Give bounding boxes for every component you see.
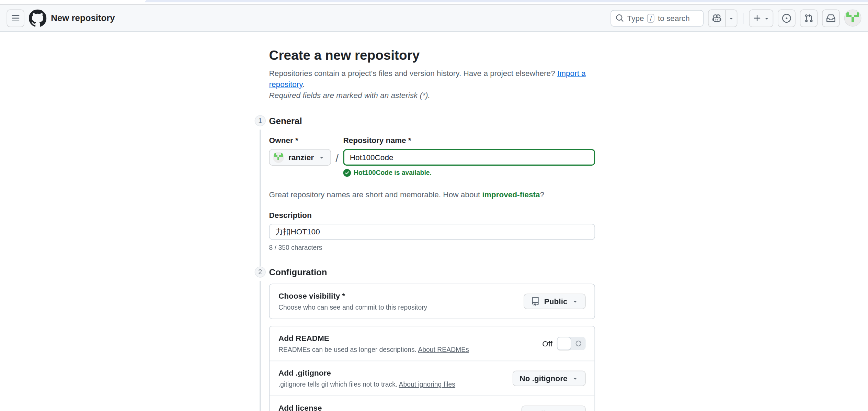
search-placeholder-suffix: to search	[658, 13, 690, 22]
gitignore-description: .gitignore tells git which files not to …	[278, 379, 512, 389]
hamburger-menu-button[interactable]	[7, 9, 24, 27]
triangle-down-icon	[763, 15, 769, 21]
step-line-2	[260, 281, 261, 411]
step-line-1	[260, 130, 261, 266]
global-header: New repository Type / to search	[0, 4, 868, 32]
owner-avatar	[273, 152, 284, 163]
license-dropdown[interactable]: No license	[522, 406, 586, 411]
inbox-button[interactable]	[822, 9, 840, 27]
check-circle-icon	[343, 169, 351, 177]
readme-description-text: READMEs can be used as longer descriptio…	[278, 346, 418, 354]
github-new-repository-page: New repository Type / to search	[0, 0, 868, 411]
gitignore-value: No .gitignore	[519, 374, 567, 383]
about-readmes-link[interactable]: About READMEs	[418, 346, 469, 354]
issues-button[interactable]	[778, 9, 796, 27]
copilot-icon-segment[interactable]	[709, 10, 725, 26]
section-general: 1 General Owner * ranzier /	[251, 115, 868, 266]
readme-label: Add README	[278, 332, 542, 343]
inbox-icon	[826, 13, 835, 22]
description-char-counter: 8 / 350 characters	[269, 243, 595, 252]
search-icon	[616, 14, 624, 22]
intro-text: Repositories contain a project's files a…	[269, 68, 595, 90]
gitignore-row: Add .gitignore .gitignore tells git whic…	[270, 361, 594, 396]
git-pull-request-icon	[804, 13, 813, 22]
license-row: Add license Licenses explain how others …	[270, 396, 594, 411]
availability-text: Hot100Code is available.	[354, 169, 432, 177]
three-bars-icon	[11, 13, 20, 22]
copilot-icon	[712, 13, 721, 22]
plus-icon	[753, 13, 762, 22]
readme-toggle-state: Off	[542, 339, 552, 348]
triangle-down-icon	[318, 154, 325, 160]
owner-repo-separator: /	[331, 149, 343, 166]
triangle-down-icon	[728, 15, 734, 21]
owner-name: ranzier	[288, 153, 314, 162]
page-context-title: New repository	[51, 13, 115, 23]
gitignore-label: Add .gitignore	[278, 367, 512, 378]
github-logo[interactable]	[29, 9, 47, 27]
toggle-knob	[557, 337, 571, 350]
visibility-card: Choose visibility * Choose who can see a…	[269, 284, 595, 319]
triangle-down-icon	[572, 298, 578, 304]
user-avatar[interactable]	[844, 9, 861, 26]
section-configuration: 2 Configuration Choose visibility * Choo…	[251, 266, 868, 411]
step-number-2: 2	[255, 266, 266, 277]
visibility-row: Choose visibility * Choose who can see a…	[270, 284, 594, 319]
search-input[interactable]: Type / to search	[610, 10, 704, 26]
create-new-button[interactable]	[749, 9, 773, 27]
step-number-1: 1	[255, 115, 266, 126]
intro-period: .	[302, 80, 305, 89]
license-label: Add license	[278, 402, 522, 411]
github-mark-icon	[29, 9, 47, 27]
description-input[interactable]	[269, 224, 595, 240]
slash-keycap: /	[647, 13, 654, 22]
gitignore-dropdown[interactable]: No .gitignore	[512, 371, 585, 386]
page-title: Create a new repository	[269, 47, 595, 64]
browser-chrome-strip	[0, 0, 868, 4]
general-section-title: General	[269, 116, 595, 127]
owner-repo-row: Owner * ranzier / Repository name *	[269, 135, 595, 177]
required-fields-note: Required fields are marked with an aster…	[269, 90, 595, 101]
step-rail-2: 2	[251, 266, 269, 411]
repository-name-input[interactable]	[343, 149, 595, 166]
description-label: Description	[269, 209, 595, 220]
visibility-label: Choose visibility *	[278, 290, 524, 301]
pull-requests-button[interactable]	[800, 9, 818, 27]
readme-toggle-switch[interactable]	[557, 337, 586, 350]
license-value: No license	[529, 409, 568, 411]
suggestion-prefix: Great repository names are short and mem…	[269, 190, 482, 199]
suggestion-suffix: ?	[540, 190, 545, 199]
repo-book-icon	[531, 297, 540, 306]
header-divider	[743, 12, 744, 23]
visibility-value: Public	[544, 297, 568, 306]
step-rail-1: 1	[251, 115, 269, 266]
init-options-card: Add README READMEs can be used as longer…	[269, 326, 595, 411]
owner-select[interactable]: ranzier	[269, 149, 331, 166]
search-placeholder-prefix: Type	[627, 13, 644, 22]
identicon-avatar	[845, 10, 861, 26]
copilot-dropdown-caret[interactable]	[725, 10, 737, 26]
page-head: Create a new repository Repositories con…	[269, 47, 595, 101]
readme-row: Add README READMEs can be used as longer…	[270, 326, 594, 361]
configuration-section-title: Configuration	[269, 267, 595, 278]
name-suggestion: Great repository names are short and mem…	[269, 189, 595, 200]
owner-label: Owner *	[269, 135, 331, 146]
toggle-ring-icon	[576, 341, 581, 346]
browser-tab-remnant	[145, 0, 868, 2]
name-availability-message: Hot100Code is available.	[343, 169, 595, 177]
header-actions: Type / to search	[610, 9, 861, 27]
triangle-down-icon	[572, 375, 578, 381]
suggested-name-link[interactable]: improved-fiesta	[482, 190, 540, 199]
copilot-button[interactable]	[708, 9, 737, 27]
gitignore-description-text: .gitignore tells git which files not to …	[278, 381, 399, 389]
repository-name-label: Repository name *	[343, 135, 595, 146]
about-ignoring-files-link[interactable]: About ignoring files	[399, 381, 455, 389]
identicon-avatar	[273, 152, 284, 163]
readme-description: READMEs can be used as longer descriptio…	[278, 345, 542, 355]
visibility-dropdown[interactable]: Public	[524, 293, 586, 309]
issue-opened-icon	[782, 13, 791, 22]
intro-body: Repositories contain a project's files a…	[269, 69, 555, 78]
visibility-description: Choose who can see and commit to this re…	[278, 302, 524, 312]
